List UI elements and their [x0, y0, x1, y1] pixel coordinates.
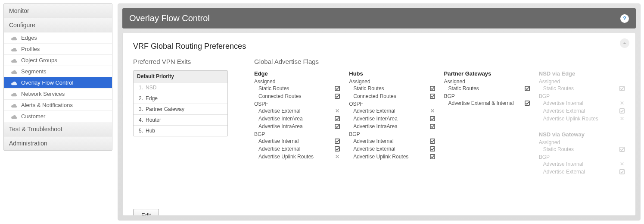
gaf-column: EdgeAssignedStatic RoutesConnected Route…	[254, 70, 340, 176]
svg-rect-15	[620, 86, 624, 91]
edit-button[interactable]: Edit	[133, 209, 159, 216]
gaf-row: Static Routes	[349, 85, 435, 92]
sidebar-section-administration[interactable]: Administration	[4, 136, 112, 150]
gaf-column: NSD via GatewayAssignedStatic RoutesBGPA…	[539, 131, 625, 176]
sidebar-item-profiles[interactable]: Profiles	[4, 44, 112, 55]
priority-number: 1.	[137, 85, 143, 91]
sidebar-item-label: Overlay Flow Control	[21, 79, 73, 86]
gaf-row: Advertise External	[349, 145, 435, 153]
checkbox-checked-icon	[334, 86, 340, 91]
titlebar: Overlay Flow Control ?	[122, 8, 636, 28]
priority-label: Partner Gateway	[146, 106, 184, 112]
sidebar-section-configure[interactable]: Configure	[4, 18, 112, 32]
checkbox-checked-icon	[429, 116, 436, 121]
checkbox-checked-icon	[619, 86, 625, 91]
gaf-row: Advertise Internal	[349, 137, 435, 145]
sidebar-item-object-groups[interactable]: Object Groups	[4, 55, 112, 66]
gaf-row: Static Routes	[444, 85, 530, 92]
gaf-row-label: Advertise External & Internal	[448, 100, 514, 106]
gaf-row-label: Connected Routes	[353, 93, 396, 99]
gaf-row: Advertise External✕	[349, 107, 435, 115]
sidebar-section-test-troubleshoot[interactable]: Test & Troubleshoot	[4, 122, 112, 136]
gaf-row: Advertise InterArea	[349, 115, 435, 123]
x-icon: ✕	[619, 161, 625, 167]
cloud-icon	[11, 58, 18, 63]
cloud-icon	[11, 47, 18, 51]
gaf-row: Advertise External	[539, 107, 625, 115]
svg-rect-2	[335, 117, 339, 121]
gaf-row-label: Static Routes	[543, 146, 574, 152]
gaf-group-label: OSPF	[349, 101, 435, 107]
gaf-row: Connected Routes	[349, 92, 435, 100]
cloud-icon	[11, 103, 18, 107]
gaf-row: Advertise External & Internal	[444, 99, 530, 107]
priority-row[interactable]: 4.Router	[134, 115, 227, 126]
gaf-row-label: Advertise External	[258, 146, 300, 152]
sidebar-item-customer[interactable]: Customer	[4, 111, 112, 122]
gaf-row-label: Advertise Uplink Routes	[543, 116, 598, 122]
gaf-row-label: Advertise Internal	[258, 138, 299, 144]
gaf-group-label: Assigned	[444, 79, 530, 85]
sidebar-item-label: Customer	[21, 113, 45, 120]
gaf-group-label: BGP	[539, 154, 625, 160]
sidebar-item-label: Profiles	[21, 46, 40, 52]
svg-rect-18	[620, 170, 624, 174]
cloud-icon	[11, 114, 18, 119]
sidebar-item-alerts-notifications[interactable]: Alerts & Notifications	[4, 100, 112, 111]
gaf-stacked-column: NSD via EdgeAssignedStatic RoutesBGPAdve…	[539, 70, 625, 176]
gaf-row: Advertise Uplink Routes	[349, 153, 435, 161]
help-icon[interactable]: ?	[620, 14, 629, 23]
checkbox-checked-icon	[619, 108, 625, 114]
gaf-row-label: Advertise External	[543, 108, 585, 114]
svg-rect-4	[335, 139, 339, 143]
gaf-row-label: Advertise External	[353, 146, 395, 152]
checkbox-checked-icon	[619, 169, 625, 174]
svg-rect-0	[335, 86, 339, 91]
sidebar-items-configure: Edges Profiles Object Groups Segments Ov…	[4, 32, 112, 122]
gaf-row-label: Advertise IntraArea	[353, 123, 398, 129]
gaf-row-label: Advertise InterArea	[353, 116, 398, 122]
svg-rect-5	[335, 147, 339, 151]
sidebar-item-overlay-flow-control[interactable]: Overlay Flow Control	[4, 77, 112, 88]
gaf-group-label: BGP	[254, 131, 340, 137]
sidebar-item-edges[interactable]: Edges	[4, 32, 112, 44]
collapse-icon[interactable]	[620, 38, 629, 48]
panel-title: VRF Global Routing Preferences	[133, 42, 625, 51]
priority-row[interactable]: 5.Hub	[134, 126, 227, 136]
svg-rect-9	[430, 124, 434, 129]
priority-table: Default Priority 1.NSD2.Edge3.Partner Ga…	[133, 70, 228, 136]
checkbox-checked-icon	[429, 86, 436, 91]
vrf-panel: VRF Global Routing Preferences Preferred…	[122, 33, 636, 216]
sidebar-item-label: Object Groups	[21, 57, 57, 63]
priority-row[interactable]: 3.Partner Gateway	[134, 104, 227, 115]
priority-row[interactable]: 1.NSD	[134, 82, 227, 93]
checkbox-checked-icon	[524, 101, 530, 106]
x-icon: ✕	[429, 108, 436, 114]
gaf-row-label: Advertise External	[258, 108, 300, 114]
priority-number: 4.	[137, 117, 143, 123]
gaf-row: Advertise IntraArea	[254, 123, 340, 130]
svg-rect-7	[430, 94, 434, 98]
priority-row[interactable]: 2.Edge	[134, 93, 227, 104]
sidebar-item-network-services[interactable]: Network Services	[4, 88, 112, 100]
gaf-row-label: Static Routes	[258, 85, 289, 91]
gaf-row: Advertise InterArea	[254, 115, 340, 123]
gaf-group-label: BGP	[349, 131, 435, 137]
gaf-row-label: Advertise Internal	[543, 161, 583, 167]
gaf-row-label: Advertise Internal	[353, 138, 393, 144]
sidebar-item-label: Segments	[21, 68, 47, 75]
priority-number: 3.	[137, 106, 143, 112]
gaf-column-title: NSD via Gateway	[539, 131, 625, 138]
gaf-column-title: NSD via Edge	[539, 70, 625, 77]
priority-label: Edge	[146, 95, 158, 101]
priority-number: 2.	[137, 95, 143, 101]
sidebar-section-monitor[interactable]: Monitor	[4, 4, 112, 18]
checkbox-checked-icon	[429, 139, 436, 144]
gaf-row: Advertise External	[254, 145, 340, 153]
checkbox-checked-icon	[524, 86, 530, 91]
sidebar-item-segments[interactable]: Segments	[4, 66, 112, 77]
gaf-row: Advertise Internal✕	[539, 160, 625, 168]
main-area: Overlay Flow Control ? VRF Global Routin…	[118, 3, 641, 221]
page-title: Overlay Flow Control	[129, 13, 210, 23]
checkbox-checked-icon	[429, 124, 436, 129]
